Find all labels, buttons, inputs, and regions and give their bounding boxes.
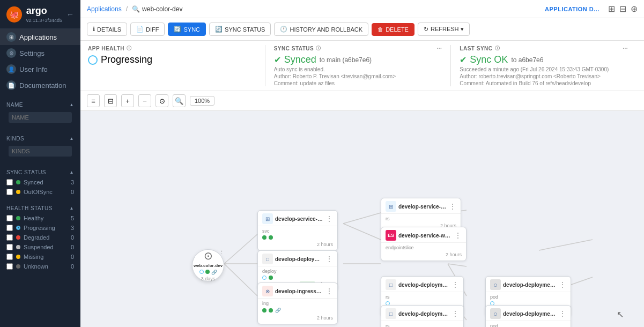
node-deploy-left-menu[interactable]: ⋮ bbox=[325, 255, 333, 263]
cursor-indicator: ↖ bbox=[617, 309, 624, 319]
app-version: v2.11.3+3f344d5 bbox=[26, 18, 62, 23]
svg-line-3 bbox=[343, 213, 381, 224]
health-degraded-checkbox[interactable] bbox=[6, 234, 13, 241]
sidebar-item-user-info[interactable]: 👤 User Info bbox=[0, 61, 80, 77]
node-endpoint-menu[interactable]: ⋮ bbox=[454, 231, 462, 240]
kinds-section-title: KINDS ▲ bbox=[0, 133, 80, 144]
sidebar-docs-label: Documentation bbox=[19, 81, 66, 90]
health-status-collapse-arrow[interactable]: ▲ bbox=[70, 206, 74, 211]
diff-button[interactable]: 📄 DIFF bbox=[130, 23, 165, 36]
node-ingress-left-menu[interactable]: ⋮ bbox=[325, 287, 333, 295]
node-deploy-left-title: develop-deployment-webcolor bbox=[275, 256, 323, 262]
center-progressing-dot bbox=[199, 270, 204, 274]
node-deploy-mid1-menu[interactable]: ⋮ bbox=[451, 280, 459, 289]
center-node-more[interactable]: ⋮ bbox=[219, 249, 225, 256]
sync-status-more-icon[interactable]: ··· bbox=[437, 46, 442, 51]
sync-button[interactable]: 🔄 SYNC bbox=[168, 23, 206, 36]
node-svc-right1-title: develop-service-webcolor bbox=[398, 204, 447, 210]
docs-icon: 📄 bbox=[6, 80, 16, 90]
zoom-reset-button[interactable]: 🔍 bbox=[173, 94, 186, 107]
node-ingress-left-statuses: 🔗 bbox=[262, 308, 333, 313]
node-endpoint-icon: ES bbox=[386, 230, 396, 241]
sync-status-collapse-arrow[interactable]: ▲ bbox=[70, 170, 74, 175]
node-pod-right2-menu[interactable]: ⋮ bbox=[559, 309, 566, 318]
ingress-link-icon[interactable]: 🔗 bbox=[275, 308, 281, 313]
node-svc-left-menu[interactable]: ⋮ bbox=[325, 214, 333, 223]
breadcrumb-separator: / bbox=[126, 5, 128, 13]
node-svc-right1-icon: ⊞ bbox=[386, 201, 396, 212]
health-unknown-checkbox[interactable] bbox=[6, 263, 13, 270]
ingress-left-dot2 bbox=[269, 308, 273, 313]
node-deploy-mid1-header: □ develop-deployment-webcolor... ⋮ bbox=[381, 277, 463, 292]
ingress-left-dot1 bbox=[262, 308, 267, 313]
sync-status-button[interactable]: 🔄 SYNC STATUS bbox=[209, 23, 271, 36]
node-deploy-mid2-menu[interactable]: ⋮ bbox=[451, 309, 459, 318]
delete-button[interactable]: 🗑 DELETE bbox=[372, 23, 414, 36]
add-node-button[interactable]: + bbox=[121, 94, 134, 107]
node-endpoint-time: 2 hours bbox=[386, 252, 462, 257]
network-view-icon[interactable]: ⊕ bbox=[631, 4, 638, 14]
health-missing-checkbox[interactable] bbox=[6, 254, 13, 260]
name-collapse-arrow[interactable]: ▲ bbox=[70, 102, 74, 107]
zoom-fit-button[interactable]: ⊙ bbox=[156, 94, 168, 107]
center-app-node[interactable]: ⊙ web-color-dev 🔗 ⋮ 3 days bbox=[192, 249, 224, 281]
details-button[interactable]: ℹ DETAILS bbox=[87, 23, 127, 36]
node-deploy-mid2-header: □ develop-deployment-webcolor... ⋮ bbox=[381, 306, 463, 321]
progressing-circle-icon bbox=[88, 55, 98, 65]
node-svc-left[interactable]: ⊞ develop-service-webcolor ⋮ svc 2 hours bbox=[257, 210, 338, 251]
sync-icon: 🔄 bbox=[174, 26, 181, 33]
node-deploy-mid2-body: rs rev 2 an hour bbox=[381, 321, 463, 327]
remove-node-button[interactable]: − bbox=[138, 94, 151, 107]
breadcrumb-parent[interactable]: Applications bbox=[87, 5, 122, 13]
kinds-collapse-arrow[interactable]: ▲ bbox=[70, 136, 74, 141]
last-sync-more-icon[interactable]: ··· bbox=[623, 46, 628, 51]
sync-auto-sync: Auto sync is enabled. bbox=[274, 66, 442, 72]
progressing-label: Progressing bbox=[24, 225, 55, 231]
sync-synced-checkbox[interactable] bbox=[6, 179, 13, 185]
sync-status-filter-section: SYNC STATUS ▲ Synced 3 OutOfSync 0 bbox=[0, 167, 80, 197]
hierarchy-view-icon[interactable]: ⊞ bbox=[608, 4, 615, 14]
synced-count: 3 bbox=[71, 179, 74, 185]
node-endpoint[interactable]: ES develop-service-webcolor-rpz... ⋮ end… bbox=[381, 227, 467, 261]
diff-icon: 📄 bbox=[136, 26, 144, 33]
last-sync-check-icon: ✔ bbox=[460, 55, 467, 65]
list-view-button[interactable]: ≡ bbox=[87, 94, 100, 107]
last-sync-time: Succeeded a minute ago (Fri Jul 26 2024 … bbox=[460, 66, 628, 72]
node-deploy-mid1-icon: □ bbox=[386, 279, 396, 290]
grid-view-icon[interactable]: ⊟ bbox=[619, 4, 626, 14]
sidebar-item-documentation[interactable]: 📄 Documentation bbox=[0, 77, 80, 93]
node-svc-left-icon: ⊞ bbox=[262, 213, 273, 224]
node-deploy-mid2[interactable]: □ develop-deployment-webcolor... ⋮ rs re… bbox=[381, 305, 464, 327]
sync-status-icon: 🔄 bbox=[215, 26, 223, 33]
outofsync-dot bbox=[16, 190, 20, 194]
center-app-icon: ⊙ bbox=[204, 249, 213, 262]
kinds-filter-input[interactable] bbox=[9, 146, 72, 157]
center-link-icon[interactable]: 🔗 bbox=[211, 270, 217, 275]
sync-outofsync-checkbox[interactable] bbox=[6, 189, 13, 195]
node-pod-right2[interactable]: ○ develop-deployment-webcolor... ⋮ pod r… bbox=[485, 305, 571, 327]
health-progressing-checkbox[interactable] bbox=[6, 225, 13, 231]
sync-label: SYNC bbox=[183, 26, 200, 33]
node-pod-right1-type: pod bbox=[490, 294, 566, 300]
app-health-info-icon: ⓘ bbox=[127, 45, 132, 52]
node-endpoint-type: endpointslice bbox=[386, 245, 462, 250]
health-healthy-checkbox[interactable] bbox=[6, 215, 13, 221]
node-svc-right1-menu[interactable]: ⋮ bbox=[449, 202, 456, 211]
name-filter-input[interactable] bbox=[9, 112, 72, 123]
image-view-button[interactable]: ⊟ bbox=[104, 94, 117, 107]
back-button[interactable]: ← bbox=[66, 10, 74, 19]
history-rollback-button[interactable]: 🕐 HISTORY AND ROLLBACK bbox=[274, 23, 368, 36]
last-sync-value: ✔ Sync OK to a6be7e6 bbox=[460, 54, 628, 65]
node-ingress-left[interactable]: ⊗ develop-ingress-webcolor ⋮ ing 🔗 2 hou… bbox=[257, 283, 338, 324]
health-suspended-checkbox[interactable] bbox=[6, 244, 13, 250]
refresh-button[interactable]: ↻ REFRESH ▾ bbox=[418, 23, 470, 36]
view-controls: ⊞ ⊟ ⊕ bbox=[608, 4, 638, 14]
sync-status-card: SYNC STATUS ⓘ ··· ✔ Synced to main (a6be… bbox=[265, 45, 451, 86]
app-health-title: APP HEALTH ⓘ bbox=[88, 45, 256, 52]
sidebar-item-settings[interactable]: ⚙ Settings bbox=[0, 45, 80, 61]
node-pod-right1-menu[interactable]: ⋮ bbox=[559, 280, 566, 289]
deploy-left-dot2 bbox=[269, 276, 273, 280]
details-label: DETAILS bbox=[97, 26, 121, 33]
unknown-label: Unknown bbox=[24, 263, 48, 270]
sidebar-item-applications[interactable]: ⊞ Applications bbox=[0, 29, 80, 45]
